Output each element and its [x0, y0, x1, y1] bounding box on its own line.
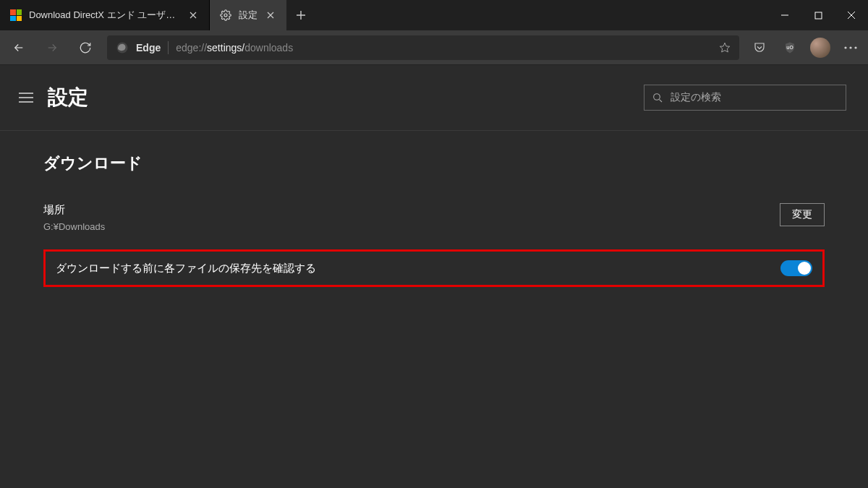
tabstrip: Download DirectX エンド ユーザー ラ 設定	[0, 0, 768, 30]
forward-button[interactable]	[36, 32, 68, 64]
ask-before-label: ダウンロードする前に各ファイルの保存先を確認する	[56, 262, 316, 275]
svg-marker-3	[720, 43, 729, 52]
window-titlebar: Download DirectX エンド ユーザー ラ 設定	[0, 0, 868, 30]
svg-point-7	[854, 46, 856, 48]
svg-point-5	[844, 46, 846, 48]
gear-icon	[220, 9, 231, 21]
browser-name-label: Edge	[136, 42, 161, 53]
edge-logo-icon	[116, 41, 129, 54]
window-controls	[768, 0, 868, 30]
refresh-button[interactable]	[69, 32, 101, 64]
pocket-icon[interactable]	[745, 33, 774, 62]
settings-header: 設定 設定の検索	[0, 65, 868, 131]
svg-rect-1	[815, 12, 822, 19]
ublock-icon[interactable]: uO	[775, 33, 804, 62]
close-icon[interactable]	[187, 9, 199, 21]
close-icon[interactable]	[265, 9, 276, 21]
location-value: G:¥Downloads	[43, 221, 105, 232]
download-location-row: 場所 G:¥Downloads 変更	[43, 203, 825, 232]
search-placeholder: 設定の検索	[671, 91, 721, 104]
address-bar[interactable]: Edge edge://settings/downloads	[107, 35, 739, 60]
page-title: 設定	[48, 84, 88, 111]
settings-content: ダウンロード 場所 G:¥Downloads 変更 ダウンロードする前に各ファイ…	[0, 131, 868, 309]
svg-text:uO: uO	[786, 45, 793, 50]
settings-search-input[interactable]: 設定の検索	[644, 85, 846, 111]
tab-title: Download DirectX エンド ユーザー ラ	[29, 9, 180, 22]
change-location-button[interactable]: 変更	[780, 203, 825, 226]
ask-before-download-row: ダウンロードする前に各ファイルの保存先を確認する	[43, 249, 825, 287]
minimize-button[interactable]	[768, 0, 801, 30]
tab-active[interactable]: 設定	[210, 0, 286, 30]
more-menu-button[interactable]	[836, 33, 865, 62]
back-button[interactable]	[3, 32, 35, 64]
address-separator	[168, 41, 169, 54]
profile-avatar[interactable]	[806, 33, 835, 62]
tab-inactive[interactable]: Download DirectX エンド ユーザー ラ	[0, 0, 210, 30]
close-window-button[interactable]	[835, 0, 868, 30]
toggle-knob	[798, 262, 811, 275]
new-tab-button[interactable]	[286, 0, 315, 30]
svg-point-6	[849, 46, 851, 48]
maximize-button[interactable]	[801, 0, 835, 30]
browser-toolbar: Edge edge://settings/downloads uO	[0, 30, 868, 65]
search-icon	[652, 92, 663, 103]
hamburger-menu-button[interactable]	[17, 89, 35, 106]
section-title: ダウンロード	[43, 153, 825, 174]
svg-point-0	[224, 14, 227, 17]
location-label: 場所	[43, 203, 105, 217]
avatar-icon	[810, 38, 830, 58]
microsoft-logo-icon	[10, 9, 22, 21]
star-icon[interactable]	[719, 42, 731, 53]
tab-title: 設定	[239, 9, 258, 22]
ask-before-toggle[interactable]	[780, 260, 812, 276]
svg-point-8	[654, 94, 660, 100]
url-text: edge://settings/downloads	[176, 42, 293, 53]
